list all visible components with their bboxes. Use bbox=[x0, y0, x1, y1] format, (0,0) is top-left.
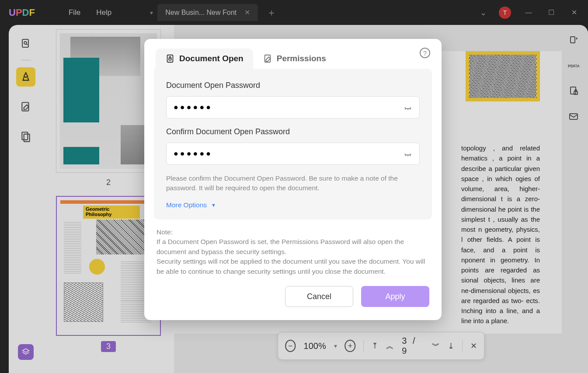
apply-button[interactable]: Apply bbox=[361, 286, 429, 307]
password-hint: Please confirm the Document Open Passwor… bbox=[166, 174, 420, 193]
cancel-button[interactable]: Cancel bbox=[285, 286, 353, 307]
document-lock-icon bbox=[165, 54, 175, 63]
confirm-password-input[interactable]: ●●●●●● bbox=[166, 143, 420, 165]
permissions-icon bbox=[263, 54, 272, 63]
tab-permissions[interactable]: Permissions bbox=[253, 49, 336, 69]
svg-rect-12 bbox=[169, 58, 171, 60]
confirm-password-label: Confirm Document Open Password bbox=[166, 127, 420, 136]
password-input[interactable]: ●●●●●● bbox=[166, 96, 420, 119]
toggle-confirm-visibility-icon[interactable] bbox=[403, 148, 413, 160]
password-label: Document Open Password bbox=[166, 81, 420, 90]
help-icon[interactable]: ? bbox=[420, 48, 430, 58]
note-section: Note: If a Document Open Password is set… bbox=[144, 220, 442, 281]
tab-document-open[interactable]: Document Open bbox=[156, 49, 253, 69]
more-options-link[interactable]: More Options▼ bbox=[166, 201, 420, 209]
toggle-password-visibility-icon[interactable] bbox=[403, 102, 413, 113]
encrypt-modal: Document Open Permissions ? Document Ope… bbox=[144, 39, 442, 320]
